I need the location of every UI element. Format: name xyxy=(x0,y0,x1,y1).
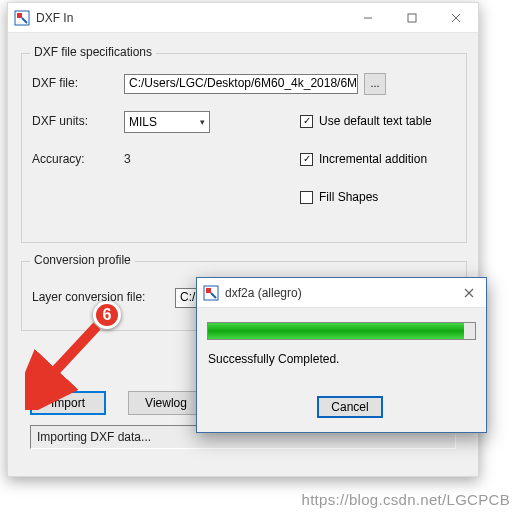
progress-dialog: dxf2a (allegro) Successfully Completed. … xyxy=(196,277,487,433)
viewlog-button[interactable]: Viewlog xyxy=(128,391,204,415)
modal-title: dxf2a (allegro) xyxy=(225,286,302,300)
watermark: https://blog.csdn.net/LGCPCB xyxy=(301,491,510,508)
checkbox-incremental-label: Incremental addition xyxy=(319,152,427,166)
group-conversion-label: Conversion profile xyxy=(30,253,135,267)
checkbox-text-table-label: Use default text table xyxy=(319,114,432,128)
maximize-button[interactable] xyxy=(390,3,434,33)
checkbox-text-table[interactable]: ✓ Use default text table xyxy=(300,114,432,128)
modal-close-button[interactable] xyxy=(452,278,486,308)
checkbox-box-icon xyxy=(300,191,313,204)
accuracy-label: Accuracy: xyxy=(32,152,85,166)
modal-titlebar: dxf2a (allegro) xyxy=(197,278,486,308)
chevron-down-icon: ▾ xyxy=(200,117,205,127)
group-dxf-spec: DXF file specifications DXF file: C:/Use… xyxy=(21,53,467,243)
svg-rect-2 xyxy=(408,14,416,22)
dxf-file-input[interactable]: C:/Users/LGC/Desktop/6M60_4k_2018/6M60_4… xyxy=(124,74,358,94)
close-button[interactable] xyxy=(434,3,478,33)
minimize-button[interactable] xyxy=(346,3,390,33)
app-icon xyxy=(14,10,30,26)
checkbox-box-icon: ✓ xyxy=(300,153,313,166)
checkbox-box-icon: ✓ xyxy=(300,115,313,128)
app-icon xyxy=(203,285,219,301)
titlebar: DXF In xyxy=(8,3,478,33)
checkbox-fill[interactable]: Fill Shapes xyxy=(300,190,378,204)
group-dxf-spec-label: DXF file specifications xyxy=(30,45,156,59)
dxf-units-value: MILS xyxy=(129,115,157,129)
checkbox-incremental[interactable]: ✓ Incremental addition xyxy=(300,152,427,166)
cancel-button-label: Cancel xyxy=(331,400,368,414)
layer-file-label: Layer conversion file: xyxy=(32,290,145,304)
dxf-file-label: DXF file: xyxy=(32,76,78,90)
viewlog-button-label: Viewlog xyxy=(145,396,187,410)
checkbox-fill-label: Fill Shapes xyxy=(319,190,378,204)
browse-button[interactable]: ... xyxy=(364,73,386,95)
cancel-button[interactable]: Cancel xyxy=(317,396,383,418)
dxf-units-label: DXF units: xyxy=(32,114,88,128)
import-button-label: Import xyxy=(51,396,85,410)
progress-bar xyxy=(207,322,476,340)
progress-fill xyxy=(208,323,464,339)
modal-message: Successfully Completed. xyxy=(208,352,339,366)
import-button[interactable]: Import xyxy=(30,391,106,415)
accuracy-value: 3 xyxy=(124,152,131,166)
annotation-badge: 6 xyxy=(93,301,121,329)
window-title: DXF In xyxy=(36,11,73,25)
dxf-units-select[interactable]: MILS ▾ xyxy=(124,111,210,133)
